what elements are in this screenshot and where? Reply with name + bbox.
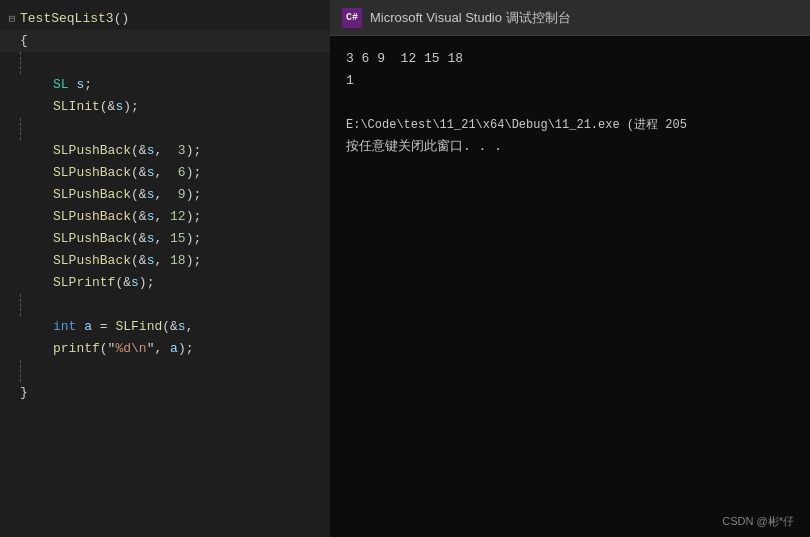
guide [20,360,21,382]
code-line-2: { [0,30,340,52]
code-line-4: SL s; [0,74,340,96]
console-path: E:\Code\test\11_21\x64\Debug\11_21.exe (… [346,114,794,136]
console-titlebar: C# Microsoft Visual Studio 调试控制台 [330,0,810,36]
code-line-close-brace: } [0,382,340,404]
console-panel: C# Microsoft Visual Studio 调试控制台 3 6 9 1… [330,0,810,537]
code-line-pushback-9: SLPushBack(&s, 9); [0,184,340,206]
vs-icon: C# [342,8,362,28]
function-name: TestSeqList3 [20,8,114,30]
code-editor: ⊟ TestSeqList3() { SL s; SLInit(&s); [0,0,340,537]
code-content: ⊟ TestSeqList3() { SL s; SLInit(&s); [0,0,340,412]
code-line-printf2: printf("%d\n", a); [0,338,340,360]
code-line-3 [0,52,340,74]
code-line-pushback-6: SLPushBack(&s, 6); [0,162,340,184]
code-line-1: ⊟ TestSeqList3() [0,8,340,30]
guide [20,118,21,140]
code-line-pushback-3: SLPushBack(&s, 3); [0,140,340,162]
code-line-5: SLInit(&s); [0,96,340,118]
code-line-6 [0,118,340,140]
watermark: CSDN @彬*仔 [722,514,794,529]
guide [20,294,21,316]
code-line-printf: SLPrintf(&s); [0,272,340,294]
guide [20,52,21,74]
code-line-find: int a = SLFind(&s, [0,316,340,338]
console-title: Microsoft Visual Studio 调试控制台 [370,9,571,27]
console-close-hint: 按任意键关闭此窗口. . . [346,136,794,158]
console-output-2: 1 [346,70,794,92]
code-line-empty2 [0,294,340,316]
code-line-pushback-12: SLPushBack(&s, 12); [0,206,340,228]
code-line-empty3 [0,360,340,382]
code-line-pushback-15: SLPushBack(&s, 15); [0,228,340,250]
console-output-1: 3 6 9 12 15 18 [346,48,794,70]
fold-icon[interactable]: ⊟ [4,8,20,30]
code-line-pushback-18: SLPushBack(&s, 18); [0,250,340,272]
console-body: 3 6 9 12 15 18 1 E:\Code\test\11_21\x64\… [330,36,810,537]
